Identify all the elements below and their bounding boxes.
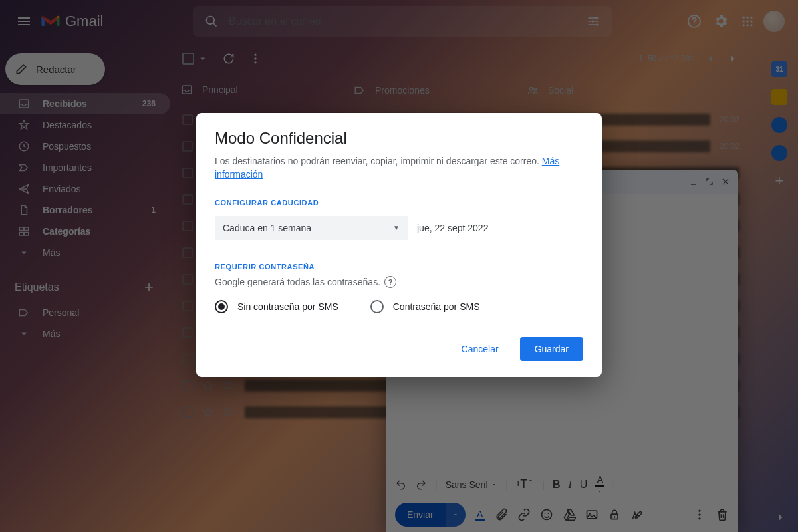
radio-no-sms[interactable]: Sin contraseña por SMS bbox=[215, 300, 338, 313]
dialog-description: Los destinatarios no podrán reenviar, co… bbox=[215, 154, 583, 182]
expiry-select[interactable]: Caduca en 1 semana ▼ bbox=[215, 216, 408, 240]
help-icon[interactable]: ? bbox=[384, 276, 396, 288]
save-button[interactable]: Guardar bbox=[520, 337, 583, 361]
password-note: Google generará todas las contraseñas. bbox=[215, 277, 380, 287]
confidential-mode-dialog: Modo Confidencial Los destinatarios no p… bbox=[196, 113, 602, 377]
chevron-down-icon: ▼ bbox=[393, 224, 400, 231]
cancel-button[interactable]: Cancelar bbox=[447, 337, 513, 361]
dialog-title: Modo Confidencial bbox=[215, 129, 583, 148]
password-section-heading: REQUERIR CONTRASEÑA bbox=[215, 263, 583, 271]
radio-sms[interactable]: Contraseña por SMS bbox=[370, 300, 480, 313]
expiry-section-heading: CONFIGURAR CADUCIDAD bbox=[215, 199, 583, 207]
expiry-date: jue, 22 sept 2022 bbox=[417, 223, 488, 233]
